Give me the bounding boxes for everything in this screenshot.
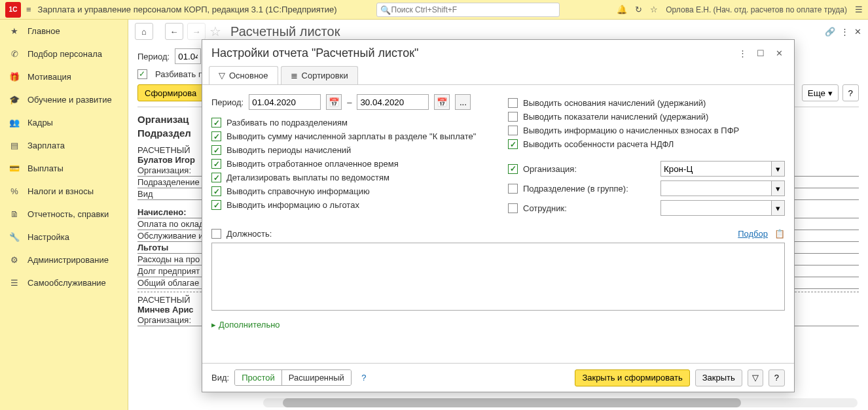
check-right-2[interactable] [508,126,518,135]
sidebar-item-label: Главное [27,26,60,36]
check-left-3[interactable] [211,159,221,169]
filter-button[interactable]: ▽ [748,369,763,386]
sidebar-item-taxes[interactable]: %Налоги и взносы [0,180,128,203]
close-icon[interactable]: ✕ [854,27,861,37]
advanced-toggle[interactable]: Дополнительно [211,320,785,330]
sidebar-item-label: Настройка [27,232,69,242]
check-label: Выводить показатели начислений (удержани… [523,112,708,122]
check-left-1[interactable] [211,131,221,141]
check-left-6[interactable] [211,200,221,210]
settings-icon[interactable]: ☰ [855,5,863,14]
sidebar-item-main[interactable]: ★Главное [0,20,128,43]
sidebar-item-recruit[interactable]: ✆Подбор персонала [0,43,128,65]
period-more-button[interactable]: ... [455,94,471,110]
home-button[interactable]: ⌂ [135,23,153,40]
position-list[interactable] [211,243,785,311]
check-left-0[interactable] [211,118,221,128]
position-checkbox[interactable] [211,229,221,239]
horizontal-scrollbar[interactable] [263,398,858,407]
select-link[interactable]: Подбор [738,229,768,239]
more-button[interactable]: Еще ▾ [802,84,839,101]
check-label: Выводить особенности расчета НДФЛ [523,139,674,149]
close-and-generate-button[interactable]: Закрыть и сформировать [575,369,689,386]
history-icon[interactable]: ↻ [635,5,642,14]
check-right-0[interactable] [508,98,518,108]
dialog-title: Настройки отчета "Расчетный листок" [211,46,418,60]
link-icon[interactable]: 🔗 [825,27,835,37]
filter-dropdown-0[interactable]: ▾ [772,161,785,177]
tab-main[interactable]: ▽Основное [209,66,278,84]
date-from-input[interactable] [249,94,321,110]
wallet-icon: 💳 [9,163,20,173]
bell-icon[interactable]: 🔔 [617,5,627,14]
calendar-from-button[interactable]: 📅 [326,94,342,110]
menu-icon[interactable]: ≡ [26,5,31,14]
view-help-icon[interactable]: ? [357,371,371,385]
back-button[interactable]: ← [165,23,183,40]
sidebar-item-label: Кадры [27,118,53,128]
check-right-1[interactable] [508,112,518,122]
check-left-2[interactable] [211,145,221,155]
favorite-icon[interactable]: ☆ [209,24,221,39]
close-button[interactable]: Закрыть [695,369,742,386]
view-simple-button[interactable]: Простой [235,370,282,385]
period-input[interactable] [175,48,201,64]
position-label: Должность: [226,229,272,239]
check-label: Детализировать выплаты по ведомостям [226,173,389,182]
calendar-to-button[interactable]: 📅 [434,94,450,110]
filter-input-0[interactable] [660,161,772,177]
sidebar-item-salary[interactable]: ▤Зарплата [0,134,128,157]
sidebar-item-payments[interactable]: 💳Выплаты [0,157,128,180]
check-right-3[interactable] [508,139,518,149]
view-extended-button[interactable]: Расширенный [282,370,351,385]
footer-help-button[interactable]: ? [769,369,785,386]
paste-icon[interactable]: 📋 [774,229,785,239]
star-icon[interactable]: ☆ [650,5,658,14]
filter-check-1[interactable] [508,184,518,194]
split-checkbox[interactable] [137,69,147,79]
dialog-maximize-icon[interactable]: ☐ [755,47,767,59]
filter-label: Организация: [523,164,655,174]
forward-button[interactable]: → [187,23,206,40]
list-icon: ☰ [9,278,20,288]
percent-icon: % [9,186,20,196]
check-label: Выводить основания начислений (удержаний… [523,98,706,108]
search-input[interactable] [376,3,560,17]
sidebar-item-reports[interactable]: 🗎Отчетность, справки [0,203,128,226]
sidebar-item-label: Отчетность, справки [27,209,109,219]
check-left-5[interactable] [211,186,221,196]
filter-dropdown-2[interactable]: ▾ [772,200,785,216]
check-left-4[interactable] [211,173,221,182]
gear-icon: ⚙ [9,255,20,265]
date-to-input[interactable] [357,94,429,110]
dialog-close-icon[interactable]: ✕ [773,47,785,59]
phone-icon: ✆ [9,49,20,59]
sidebar-item-hr[interactable]: 👥Кадры [0,111,128,134]
sidebar-item-education[interactable]: 🎓Обучение и развитие [0,88,128,111]
wrench-icon: 🔧 [9,232,20,242]
star-icon: ★ [9,26,20,36]
filter-input-1[interactable] [660,180,772,196]
check-label: Выводить периоды начислений [226,145,351,155]
filter-check-0[interactable] [508,164,518,174]
more-icon[interactable]: ⋮ [841,27,849,37]
sidebar-item-selfservice[interactable]: ☰Самообслуживание [0,271,128,294]
sidebar-item-motivation[interactable]: 🎁Мотивация [0,65,128,88]
tab-sort[interactable]: ≣Сортировки [281,66,358,84]
help-button[interactable]: ? [842,84,859,101]
people-icon: 👥 [9,118,20,128]
filter-input-2[interactable] [660,200,772,216]
sidebar-item-settings[interactable]: 🔧Настройка [0,226,128,248]
filter-dropdown-1[interactable]: ▾ [772,180,785,196]
check-label: Разбивать по подразделениям [226,118,348,128]
sidebar-item-label: Администрирование [27,255,109,265]
dialog-period-label: Период: [211,97,244,107]
period-label: Период: [137,52,170,61]
check-label: Выводить информацию о начисленных взноса… [523,126,739,135]
filter-check-2[interactable] [508,203,518,213]
table-icon: ▤ [9,141,20,150]
filter-icon: ▽ [219,71,225,80]
sidebar-item-admin[interactable]: ⚙Администрирование [0,248,128,271]
dialog-more-icon[interactable]: ⋮ [736,47,748,59]
generate-button[interactable]: Сформирова [137,84,204,101]
